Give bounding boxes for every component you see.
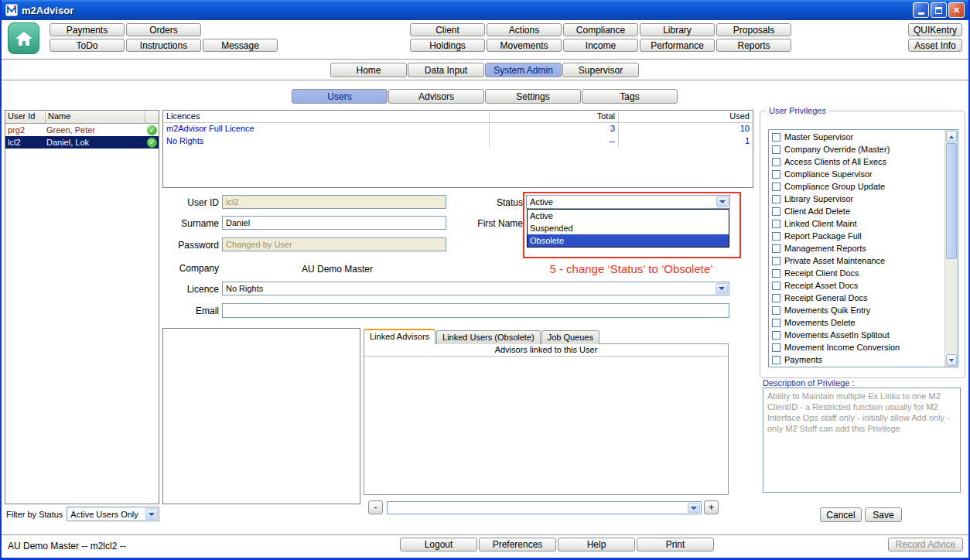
- sub-tab[interactable]: Tags: [582, 89, 678, 104]
- asset-info-button[interactable]: Asset Info: [908, 39, 962, 52]
- privilege-checkbox[interactable]: [772, 145, 780, 154]
- scroll-up-icon[interactable]: [946, 131, 957, 142]
- user-id-column-header[interactable]: User Id: [5, 111, 46, 124]
- privilege-row[interactable]: Master Supervisor: [769, 131, 944, 143]
- remove-advisor-button[interactable]: -: [368, 500, 383, 514]
- footer-button[interactable]: Print: [637, 538, 714, 551]
- privilege-row[interactable]: Access Clients of All Execs: [769, 155, 944, 168]
- status-option[interactable]: Obsolete: [528, 234, 729, 247]
- chevron-down-icon[interactable]: [716, 196, 729, 207]
- toolbar-button[interactable]: Proposals: [716, 23, 791, 36]
- privilege-checkbox[interactable]: [772, 257, 780, 265]
- privilege-checkbox[interactable]: [772, 232, 780, 241]
- user-row[interactable]: lcl2 Daniel, Lok ✓: [5, 136, 159, 149]
- linked-tab[interactable]: Job Queues: [541, 330, 599, 344]
- privilege-checkbox[interactable]: [772, 170, 780, 179]
- footer-button[interactable]: Help: [558, 538, 635, 551]
- toolbar-button[interactable]: Holdings: [410, 39, 485, 52]
- email-field[interactable]: [222, 303, 729, 318]
- linked-tab[interactable]: Linked Users (Obsolete): [436, 330, 541, 344]
- privilege-checkbox[interactable]: [772, 343, 780, 352]
- privilege-row[interactable]: Management Reports: [769, 242, 944, 254]
- toolbar-button[interactable]: Payments: [50, 23, 125, 36]
- chevron-down-icon[interactable]: [688, 503, 700, 513]
- privilege-row[interactable]: Private Asset Maintenance: [769, 254, 944, 267]
- privilege-row[interactable]: Movement Income Conversion: [769, 341, 944, 353]
- linked-tab[interactable]: Linked Advisors: [364, 329, 435, 344]
- privilege-checkbox[interactable]: [772, 294, 780, 302]
- status-column-header[interactable]: [145, 111, 159, 124]
- toolbar-button[interactable]: Instructions: [126, 39, 201, 52]
- licence-select[interactable]: No Rights: [222, 282, 729, 295]
- record-advice-button[interactable]: Record Advice: [888, 538, 963, 551]
- user-row[interactable]: prg2 Green, Peter ✓: [5, 124, 159, 136]
- privilege-checkbox[interactable]: [772, 133, 780, 142]
- sub-tab[interactable]: Advisors: [388, 89, 484, 104]
- home-button[interactable]: [8, 22, 39, 54]
- privilege-row[interactable]: Compliance Supervisor: [769, 168, 944, 180]
- sub-tab[interactable]: Users: [292, 89, 388, 104]
- filter-status-select[interactable]: Active Users Only: [67, 507, 159, 521]
- privilege-row[interactable]: Movements AssetIn Splitout: [769, 329, 944, 341]
- password-field[interactable]: [222, 237, 446, 251]
- sub-tab[interactable]: Settings: [485, 89, 581, 104]
- nav-tab[interactable]: Home: [330, 63, 407, 77]
- privilege-checkbox[interactable]: [772, 331, 780, 340]
- toolbar-button[interactable]: Orders: [126, 23, 201, 36]
- privilege-checkbox[interactable]: [772, 282, 780, 290]
- cancel-button[interactable]: Cancel: [820, 507, 862, 522]
- chevron-down-icon[interactable]: [716, 283, 728, 294]
- scrollbar-thumb[interactable]: [946, 143, 957, 259]
- privilege-row[interactable]: Movements Delete: [769, 316, 944, 329]
- toolbar-button[interactable]: Performance: [640, 39, 715, 52]
- surname-field[interactable]: [222, 216, 446, 230]
- privilege-checkbox[interactable]: [772, 195, 780, 203]
- privilege-row[interactable]: Linked Client Maint: [769, 217, 944, 230]
- privilege-row[interactable]: Receipt General Docs: [769, 292, 944, 304]
- toolbar-button[interactable]: Compliance: [563, 23, 638, 36]
- licence-row[interactable]: m2Advisor Full Licence 3 10: [163, 123, 753, 135]
- privileges-scrollbar[interactable]: [944, 130, 958, 367]
- privilege-checkbox[interactable]: [772, 356, 780, 364]
- privilege-checkbox[interactable]: [772, 207, 780, 216]
- privilege-row[interactable]: Receipt Asset Docs: [769, 279, 944, 292]
- toolbar-button[interactable]: Actions: [487, 23, 562, 36]
- privilege-row[interactable]: Payments: [769, 353, 944, 366]
- close-button[interactable]: ✕: [948, 2, 965, 18]
- minimize-button[interactable]: [913, 2, 929, 18]
- footer-button[interactable]: Logout: [400, 538, 477, 551]
- total-column-header[interactable]: Total: [490, 111, 619, 122]
- privilege-row[interactable]: Client Add Delete: [769, 205, 944, 217]
- nav-tab[interactable]: System Admin: [485, 63, 562, 77]
- toolbar-button[interactable]: Income: [563, 39, 638, 52]
- status-select[interactable]: Active: [526, 195, 730, 209]
- nav-tab[interactable]: Data Input: [408, 63, 484, 77]
- privilege-row[interactable]: Library Supervisor: [769, 193, 944, 205]
- nav-tab[interactable]: Supervisor: [562, 63, 639, 77]
- toolbar-button[interactable]: Message: [203, 39, 278, 52]
- privilege-checkbox[interactable]: [772, 244, 780, 253]
- toolbar-button[interactable]: Library: [640, 23, 715, 36]
- footer-button[interactable]: Preferences: [479, 538, 556, 551]
- used-column-header[interactable]: Used: [619, 111, 753, 122]
- chevron-down-icon[interactable]: [145, 508, 158, 520]
- toolbar-button[interactable]: Reports: [716, 39, 791, 52]
- user-id-field[interactable]: [222, 195, 446, 209]
- status-option[interactable]: Suspended: [528, 222, 729, 234]
- privilege-row[interactable]: Company Override (Master): [769, 143, 944, 155]
- privilege-checkbox[interactable]: [772, 306, 780, 315]
- status-option[interactable]: Active: [528, 210, 729, 222]
- privilege-checkbox[interactable]: [772, 158, 780, 166]
- privilege-row[interactable]: Receipt Client Docs: [769, 267, 944, 279]
- toolbar-button[interactable]: Movements: [487, 39, 562, 52]
- privilege-checkbox[interactable]: [772, 220, 780, 228]
- maximize-button[interactable]: [931, 2, 947, 18]
- privilege-checkbox[interactable]: [772, 269, 780, 278]
- name-column-header[interactable]: Name: [46, 111, 145, 124]
- privilege-row[interactable]: Compliance Group Update: [769, 180, 944, 193]
- advisor-select[interactable]: [387, 501, 702, 514]
- privilege-checkbox[interactable]: [772, 319, 780, 327]
- save-button[interactable]: Save: [865, 507, 902, 522]
- toolbar-button[interactable]: Client: [410, 23, 485, 36]
- licence-row[interactable]: No Rights -- 1: [163, 135, 753, 148]
